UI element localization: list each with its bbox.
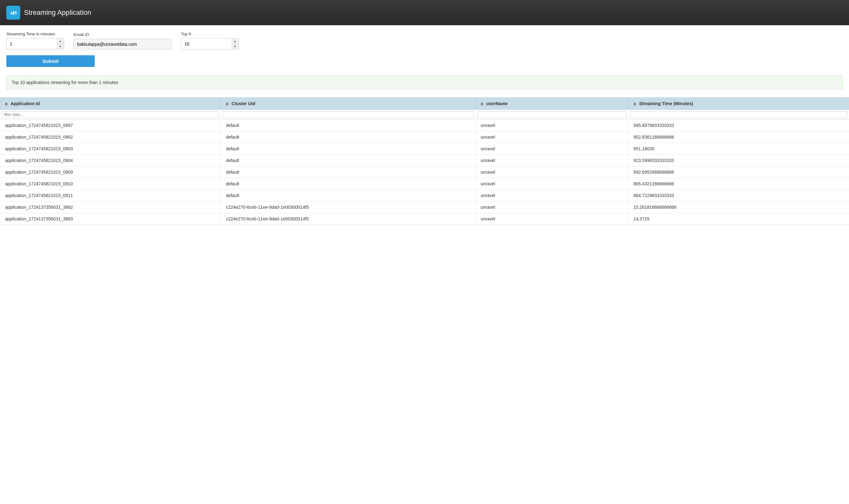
cell-streamtime: 923.5998333333333 — [628, 155, 849, 166]
info-banner: Top 10 applications streaming for more t… — [6, 75, 843, 90]
streaming-time-decrement[interactable]: ▼ — [57, 44, 64, 49]
filter-appid-cell — [0, 110, 221, 120]
cell-streamtime: 951.18035 — [628, 143, 849, 155]
col-header-clusteruid[interactable]: Cluster Uid — [221, 97, 475, 110]
streaming-time-increment[interactable]: ▲ — [57, 38, 64, 44]
cell-appid: application_1724137356031_3682 — [0, 201, 221, 213]
cell-streamtime: 865.4321166666666 — [628, 178, 849, 190]
table-row: application_1724745821015_0909 default u… — [0, 166, 849, 178]
filter-clusteruid-cell — [221, 110, 475, 120]
cell-appid: application_1724745821015_0897 — [0, 120, 221, 131]
table-header-row: Application Id Cluster Uid userName — [0, 97, 849, 110]
table-row: application_1724745821015_0897 default u… — [0, 120, 849, 131]
app-title: Streaming Application — [24, 8, 91, 17]
logo: un — [6, 6, 20, 20]
cell-appid: application_1724745821015_0910 — [0, 178, 221, 190]
sort-icon-username — [481, 102, 483, 106]
cell-username: unravel — [475, 155, 628, 166]
cell-streamtime: 892.6952666666666 — [628, 166, 849, 178]
sort-icon-appid — [5, 102, 7, 106]
topk-input[interactable] — [181, 38, 232, 50]
col-header-appid[interactable]: Application Id — [0, 97, 221, 110]
topk-increment[interactable]: ▲ — [232, 38, 238, 44]
results-table-wrapper: Application Id Cluster Uid userName — [0, 97, 849, 225]
filter-streamtime-input[interactable] — [630, 111, 847, 118]
info-banner-text: Top 10 applications streaming for more t… — [12, 80, 118, 85]
results-table: Application Id Cluster Uid userName — [0, 97, 849, 225]
cell-username: unravel — [475, 143, 628, 155]
table-row: application_1724745821015_0903 default u… — [0, 143, 849, 155]
cell-appid: application_1724745821015_0909 — [0, 166, 221, 178]
submit-button[interactable]: Submit — [6, 55, 95, 67]
topk-label: Top K — [181, 32, 239, 36]
table-row: application_1724137356031_3682 c224e270-… — [0, 201, 849, 213]
form-area: Streaming Time in minutes ▲ ▼ Email ID T… — [0, 25, 849, 53]
filter-appid-input[interactable] — [2, 111, 219, 118]
cell-clusteruid: default — [221, 131, 475, 143]
cell-streamtime: 15.261816666666666 — [628, 201, 849, 213]
cell-appid: application_1724745821015_0903 — [0, 143, 221, 155]
cell-username: unravel — [475, 190, 628, 201]
cell-appid: application_1724745821015_0902 — [0, 131, 221, 143]
cell-username: unravel — [475, 201, 628, 213]
cell-clusteruid: c224e270-6ceb-11ee-9da0-1e00300014f5 — [221, 201, 475, 213]
streaming-time-spinner: ▲ ▼ — [57, 38, 64, 50]
streaming-time-group: Streaming Time in minutes ▲ ▼ — [6, 32, 64, 50]
cell-clusteruid: default — [221, 143, 475, 155]
filter-row — [0, 110, 849, 120]
streaming-time-label: Streaming Time in minutes — [6, 32, 64, 36]
cell-username: unravel — [475, 131, 628, 143]
cell-clusteruid: c224e270-6ceb-11ee-9da0-1e00300014f5 — [221, 213, 475, 225]
cell-clusteruid: default — [221, 178, 475, 190]
cell-clusteruid: default — [221, 190, 475, 201]
logo-icon: un — [6, 6, 20, 20]
cell-clusteruid: default — [221, 120, 475, 131]
cell-clusteruid: default — [221, 155, 475, 166]
cell-clusteruid: default — [221, 166, 475, 178]
topk-spinner: ▲ ▼ — [232, 38, 239, 50]
col-header-username[interactable]: userName — [475, 97, 628, 110]
cell-streamtime: 864.7229833333333 — [628, 190, 849, 201]
streaming-time-input[interactable] — [6, 38, 57, 50]
sort-icon-clusteruid — [226, 102, 228, 106]
table-row: application_1724745821015_0910 default u… — [0, 178, 849, 190]
email-group: Email ID — [74, 32, 171, 50]
table-row: application_1724745821015_0902 default u… — [0, 131, 849, 143]
cell-username: unravel — [475, 120, 628, 131]
cell-appid: application_1724745821015_0911 — [0, 190, 221, 201]
col-header-streamtime[interactable]: Streaming Time (Minutes) — [628, 97, 849, 110]
cell-username: unravel — [475, 213, 628, 225]
table-row: application_1724745821015_0904 default u… — [0, 155, 849, 166]
app-header: un Streaming Application — [0, 0, 849, 25]
topk-decrement[interactable]: ▼ — [232, 44, 238, 49]
streaming-time-input-wrapper: ▲ ▼ — [6, 38, 64, 50]
filter-clusteruid-input[interactable] — [223, 111, 473, 118]
filter-streamtime-cell — [628, 110, 849, 120]
submit-area: Submit — [0, 53, 849, 70]
email-input-wrapper — [74, 39, 171, 50]
cell-streamtime: 952.8361166666666 — [628, 131, 849, 143]
email-label: Email ID — [74, 32, 171, 37]
filter-username-cell — [475, 110, 628, 120]
cell-username: unravel — [475, 178, 628, 190]
cell-streamtime: 995.8979833333333 — [628, 120, 849, 131]
filter-username-input[interactable] — [477, 111, 626, 118]
sort-icon-streamtime — [634, 102, 636, 106]
table-row: application_1724137356031_3683 c224e270-… — [0, 213, 849, 225]
cell-appid: application_1724745821015_0904 — [0, 155, 221, 166]
cell-username: unravel — [475, 166, 628, 178]
cell-appid: application_1724137356031_3683 — [0, 213, 221, 225]
email-input[interactable] — [74, 39, 171, 50]
cell-streamtime: 14.3725 — [628, 213, 849, 225]
table-row: application_1724745821015_0911 default u… — [0, 190, 849, 201]
topk-input-wrapper: ▲ ▼ — [181, 38, 239, 50]
topk-group: Top K ▲ ▼ — [181, 32, 239, 50]
